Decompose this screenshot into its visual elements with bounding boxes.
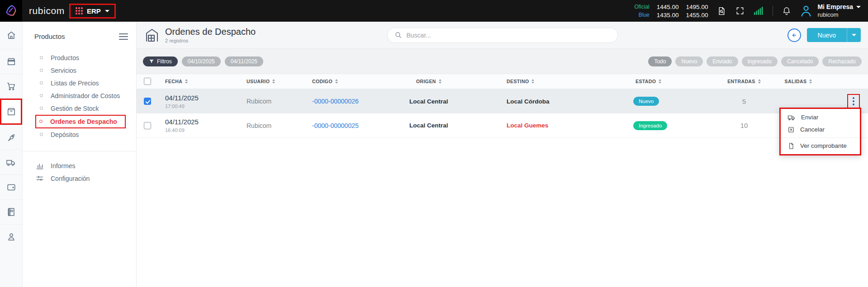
row-checkbox[interactable]	[144, 122, 151, 129]
sort-icon	[758, 79, 761, 84]
rail-users-button[interactable]	[0, 224, 22, 249]
rail-store-button[interactable]	[0, 49, 22, 74]
filters-button[interactable]: Filtros	[143, 56, 178, 66]
table-row-2[interactable]: 04/11/2025 16:40:09 Rubicom -0000-000000…	[137, 113, 868, 138]
document-icon	[787, 142, 795, 150]
rail-sales-button[interactable]	[0, 74, 22, 99]
sidebar-item-label: Depósitos	[51, 131, 79, 138]
rail-products-button-active[interactable]	[0, 99, 22, 125]
table-empty-area	[137, 138, 868, 287]
notifications-bell-icon[interactable]	[782, 6, 791, 16]
table-row-1[interactable]: 04/11/2025 17:00:49 Rubicom -0000-000000…	[137, 89, 868, 113]
page-header-texts: Ordenes de Despacho 2 registros	[165, 27, 256, 43]
sidebar-item-servicios[interactable]: Servicios	[23, 64, 136, 77]
sidebar-item-ordenes-de-despacho-active[interactable]: Ordenes de Despacho	[35, 115, 126, 128]
chevron-down-icon	[856, 6, 861, 8]
table-header: FECHA USUARIO CODIGO ORIGEN DESTINO ESTA…	[137, 74, 868, 89]
cell-entradas: 5	[719, 98, 769, 105]
column-label: SALIDAS	[785, 79, 807, 84]
signal-bars-icon[interactable]	[754, 6, 764, 15]
menu-item-cancelar[interactable]: Cancelar	[781, 123, 860, 136]
sort-icon	[809, 79, 812, 84]
search-bar[interactable]	[387, 28, 618, 43]
app-switcher-label: ERP	[87, 7, 101, 15]
avatar	[799, 4, 813, 18]
sidebar-header: Productos	[23, 32, 136, 42]
status-chip-cancelado[interactable]: Cancelado	[781, 56, 819, 66]
sidebar-item-administrador-de-costos[interactable]: Administrador de Costos	[23, 89, 136, 102]
rail-logistics-button[interactable]	[0, 150, 22, 174]
menu-item-ver-comprobante[interactable]: Ver comprobante	[781, 140, 860, 152]
column-header-usuario[interactable]: USUARIO	[240, 79, 305, 84]
new-button-label[interactable]: Nuevo	[807, 28, 847, 42]
wallet-icon	[6, 182, 16, 192]
search-input[interactable]	[407, 32, 611, 39]
bar-chart-icon	[35, 161, 44, 170]
sidebar-item-gestion-de-stock[interactable]: Gestión de Stock	[23, 102, 136, 115]
arrow-left-icon	[791, 32, 798, 39]
cell-origen: Local Central	[403, 98, 500, 105]
apps-grid-icon	[76, 7, 83, 14]
menu-item-enviar[interactable]: Enviar	[781, 111, 860, 123]
package-icon	[6, 107, 16, 117]
sidebar-item-depositos[interactable]: Depósitos	[23, 128, 136, 141]
column-header-codigo[interactable]: CODIGO	[305, 79, 403, 84]
status-chip-enviado[interactable]: Enviado	[707, 56, 738, 66]
status-chip-nuevo[interactable]: Nuevo	[675, 56, 703, 66]
fullscreen-icon[interactable]	[735, 6, 745, 15]
sort-icon	[185, 79, 188, 84]
sort-icon	[531, 79, 534, 84]
document-search-icon[interactable]	[717, 6, 726, 16]
sidebar-item-label: Ordenes de Despacho	[50, 118, 117, 125]
status-chip-rechazado[interactable]: Rechazado	[822, 56, 862, 66]
annotation-box-kebab	[847, 94, 860, 108]
filters-button-label: Filtros	[157, 58, 172, 65]
sort-icon	[335, 79, 338, 84]
rail-home-button[interactable]	[0, 22, 22, 49]
record-count: 2 registros	[165, 38, 256, 43]
rail-treasury-button[interactable]	[0, 174, 22, 199]
sidebar-title: Productos	[34, 33, 65, 40]
column-header-estado[interactable]: ESTADO	[626, 79, 719, 84]
date-filter-chip[interactable]: 04/10/2025	[182, 56, 221, 66]
sidebar-item-listas-de-precios[interactable]: Listas de Precios	[23, 77, 136, 89]
rail-accounting-button[interactable]	[0, 199, 22, 224]
sidebar-item-productos[interactable]: Productos	[23, 52, 136, 64]
column-label: ENTRADAS	[727, 79, 755, 84]
rocket-logo-icon	[5, 5, 18, 17]
column-header-fecha[interactable]: FECHA	[158, 79, 240, 84]
user-menu[interactable]: Mi Empresa rubicom	[799, 3, 861, 19]
new-split-button[interactable]: Nuevo	[807, 28, 861, 42]
select-all-checkbox[interactable]	[144, 78, 151, 85]
row-checkbox-checked[interactable]	[144, 98, 151, 105]
row-actions-kebab-button[interactable]	[852, 96, 855, 106]
status-chip-todo[interactable]: Todo	[648, 56, 672, 66]
app-switcher-dropdown[interactable]: ERP	[69, 4, 116, 19]
status-chip-ingresado[interactable]: Ingresado	[742, 56, 778, 66]
column-header-salidas[interactable]: SALIDAS	[769, 79, 828, 84]
icon-rail	[0, 22, 23, 287]
cell-usuario: Rubicom	[240, 122, 305, 129]
cancel-icon	[787, 126, 795, 133]
rail-launch-button[interactable]	[0, 125, 22, 150]
column-header-origen[interactable]: ORIGEN	[403, 79, 500, 84]
sidebar-item-configuracion[interactable]: Configuración	[23, 172, 136, 185]
sidebar-item-informes[interactable]: Informes	[23, 160, 136, 172]
sidebar-item-label: Configuración	[51, 175, 90, 182]
sidebar-collapse-button[interactable]	[119, 32, 128, 42]
cell-codigo-link[interactable]: -0000-00000026	[305, 98, 403, 105]
back-button[interactable]	[787, 28, 801, 42]
cell-origen: Local Central	[403, 122, 500, 129]
date-filter-chip[interactable]: 04/11/2025	[225, 56, 263, 66]
app-logo[interactable]	[0, 0, 22, 22]
cell-hora: 16:40:09	[165, 127, 240, 133]
column-header-destino[interactable]: DESTINO	[500, 79, 626, 84]
bullet-icon	[39, 120, 43, 123]
cell-codigo-link[interactable]: -0000-00000025	[305, 122, 403, 129]
cell-fecha: 04/11/2025	[165, 118, 240, 126]
sidebar-item-label: Administrador de Costos	[51, 92, 120, 99]
new-button-dropdown[interactable]	[847, 28, 861, 42]
column-label: ORIGEN	[416, 79, 436, 84]
column-header-entradas[interactable]: ENTRADAS	[719, 79, 769, 84]
sidebar-item-label: Informes	[51, 162, 75, 169]
